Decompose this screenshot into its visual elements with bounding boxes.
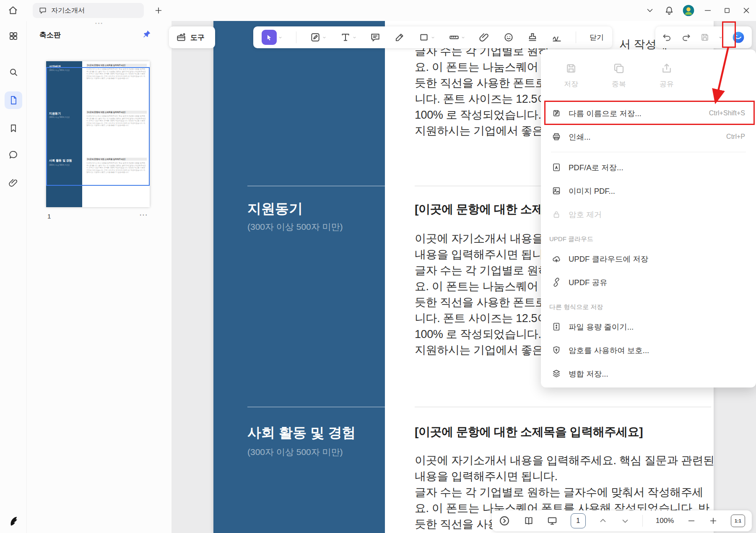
edit-pdf-tool[interactable]: [310, 32, 327, 43]
bookmark-icon: [8, 123, 18, 133]
collapse-toolbar-button[interactable]: [640, 0, 660, 21]
menu-item-save-as[interactable]: 다름 이름으로 저장... Ctrl+Shift+S: [541, 101, 756, 125]
comment-icon: [8, 150, 18, 160]
thumb-section-sub: (300자 이상 500자 미만): [49, 69, 81, 71]
actual-size-button[interactable]: 1:1: [731, 515, 745, 527]
pen-icon: [394, 32, 405, 43]
menu-item-merge-save[interactable]: 병합 저장...: [541, 362, 756, 385]
previous-page-button[interactable]: [598, 516, 608, 525]
redo-button[interactable]: [681, 32, 691, 42]
comment-tool[interactable]: [370, 32, 381, 43]
shape-tool[interactable]: [418, 32, 435, 43]
doc-text-line: 이곳에 자기소개서 내용을 입: [415, 231, 558, 246]
close-window-button[interactable]: [737, 0, 756, 21]
zoom-level: 100%: [656, 517, 674, 525]
thumb-section-label: 성장배경: [49, 65, 80, 68]
chevron-down-icon[interactable]: [461, 35, 465, 40]
sidebar-item-apps[interactable]: [5, 27, 22, 45]
doc-text-line: 니다. 폰트 사이즈는 12.5이: [415, 311, 548, 326]
bell-icon: [664, 5, 674, 16]
next-page-button[interactable]: [621, 516, 630, 525]
home-button[interactable]: [6, 4, 20, 17]
action-label: 공유: [660, 79, 674, 89]
close-toolbar-button[interactable]: 닫기: [590, 33, 604, 42]
action-label: 중복: [612, 79, 626, 89]
thumbnail-more-button[interactable]: ⋯: [139, 210, 148, 220]
chevron-up-icon: [598, 516, 608, 525]
left-sidebar: [0, 21, 27, 533]
pen-tool[interactable]: [394, 32, 405, 43]
protect-password-icon: [552, 346, 561, 355]
menu-item-image-pdf[interactable]: 이미지 PDF...: [541, 179, 756, 203]
menu-item-cloud-save[interactable]: UPDF 클라우드에 저장: [541, 247, 756, 270]
chevron-down-icon[interactable]: [278, 35, 283, 40]
ai-assistant-button[interactable]: [732, 31, 745, 44]
signature-tool[interactable]: [551, 32, 562, 43]
page-number-input[interactable]: [571, 513, 586, 528]
menu-item-pdfa[interactable]: PDF/A로 저장...: [541, 156, 756, 179]
page-thumbnail[interactable]: 성장배경 (300자 이상 500자 미만) [이곳에 문항에 대한 소제목을 …: [46, 61, 150, 207]
menu-section-format: 다른 형식으로 저장: [541, 294, 756, 315]
save-action-button[interactable]: 저장: [553, 59, 589, 97]
page-layout-button[interactable]: [523, 515, 534, 526]
stamp-tool[interactable]: [527, 32, 538, 43]
section-title: 지원동기: [247, 200, 303, 218]
smiley-icon: [503, 32, 514, 43]
attach-tool[interactable]: [479, 32, 490, 43]
divider: [247, 186, 385, 186]
maximize-button[interactable]: [717, 0, 737, 21]
bottombar-divider: [642, 515, 643, 527]
chevron-down-icon[interactable]: [322, 35, 327, 40]
titlebar: 자기소개서: [0, 0, 756, 21]
pin-panel-button[interactable]: [141, 28, 153, 40]
slideshow-button[interactable]: [547, 515, 558, 526]
notifications-button[interactable]: [660, 0, 679, 21]
text-tool[interactable]: [340, 32, 357, 43]
file-toolbar: [655, 26, 752, 48]
document-tab[interactable]: 자기소개서: [33, 3, 144, 18]
new-tab-button[interactable]: [152, 4, 165, 17]
save-button[interactable]: [700, 32, 710, 42]
chevron-down-icon[interactable]: [352, 35, 357, 40]
tools-button[interactable]: 도구: [169, 26, 215, 48]
menu-item-updf-share[interactable]: UPDF 공유: [541, 270, 756, 294]
sidebar-item-attachments[interactable]: [5, 174, 22, 192]
zoom-in-button[interactable]: [709, 516, 718, 525]
zoom-out-button[interactable]: [687, 516, 696, 525]
pdfa-icon: [552, 163, 561, 172]
edit-pdf-icon: [310, 32, 321, 43]
measure-tool[interactable]: [449, 32, 465, 43]
doc-text-line: 듯한 직선을 사용한 폰트로 되: [415, 295, 561, 310]
thumb-section-sub: (300자 이상 500자 미만): [49, 164, 81, 166]
paperclip-icon: [8, 178, 18, 188]
plus-icon: [709, 516, 718, 525]
sidebar-item-thumbnails[interactable]: [5, 91, 22, 109]
sidebar-item-comments[interactable]: [5, 146, 22, 164]
sticker-tool[interactable]: [503, 32, 514, 43]
menu-item-protect[interactable]: 암호를 사용하여 보호...: [541, 338, 756, 362]
cloud-save-icon: [552, 254, 561, 263]
doc-text-line: 듯한 직선을 사용한 폰트로 되: [415, 75, 561, 91]
save-options-button[interactable]: [718, 35, 723, 40]
sidebar-item-bookmarks[interactable]: [5, 120, 22, 137]
doc-text-line: 100% 로 작성되었습니다.: [415, 327, 541, 342]
doc-text-line: 내용을 입력해주시면 됩니다: [415, 247, 554, 262]
account-avatar[interactable]: [679, 0, 698, 21]
duplicate-action-button[interactable]: 중복: [601, 59, 636, 97]
select-tool[interactable]: [262, 30, 283, 45]
chevron-down-icon[interactable]: [431, 35, 435, 40]
sidebar-item-search[interactable]: [5, 63, 22, 81]
app-logo: [5, 512, 22, 530]
minimize-button[interactable]: [698, 0, 717, 21]
thumb-section-body: 이곳에 자기소개서 내용을 입력해주세요. 핵심 질문과 관련된 내용을 입력해…: [86, 162, 147, 185]
menu-item-label: PDF/A로 저장...: [569, 162, 624, 173]
menu-item-reduce-size[interactable]: 파일 용량 줄이기...: [541, 315, 756, 338]
remove-password-icon: [552, 210, 561, 219]
main-toolbar: 닫기: [253, 26, 612, 48]
menu-item-print[interactable]: 인쇄... Ctrl+P: [541, 125, 756, 148]
share-action-button[interactable]: 공유: [649, 59, 684, 97]
expand-bar-button[interactable]: [499, 515, 510, 527]
undo-button[interactable]: [662, 32, 672, 42]
share-icon: [660, 62, 673, 75]
avatar: [682, 4, 695, 17]
